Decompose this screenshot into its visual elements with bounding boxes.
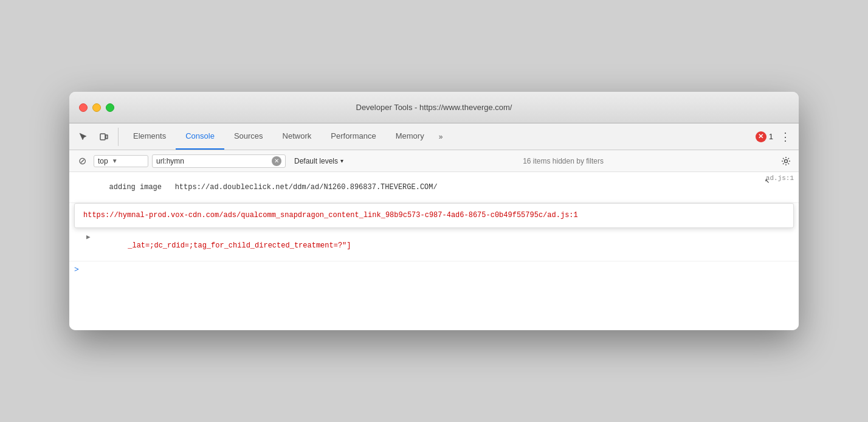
filter-input[interactable] xyxy=(156,157,269,165)
log-level-selector[interactable]: Default levels ▾ xyxy=(289,156,348,167)
expand-arrow-icon[interactable]: ▶ xyxy=(86,233,91,241)
filter-input-container: ✕ xyxy=(152,154,286,168)
tab-toolbar: Elements Console Sources Network Perform… xyxy=(69,123,799,150)
tab-performance[interactable]: Performance xyxy=(321,123,385,150)
svg-point-2 xyxy=(785,159,788,162)
console-output: adding image https://ad.doubleclick.net/… xyxy=(69,172,799,330)
tabs-bar: Elements Console Sources Network Perform… xyxy=(123,123,756,150)
svg-rect-1 xyxy=(106,135,108,139)
tab-sources[interactable]: Sources xyxy=(224,123,273,150)
console-settings-button[interactable] xyxy=(778,153,794,169)
log-source[interactable]: ad.js:1 xyxy=(766,175,794,182)
prompt-arrow-icon: > xyxy=(74,265,79,274)
expanded-log-text: _lat=;dc_rdid=;tag_for_child_directed_tr… xyxy=(93,233,794,258)
log-text: adding image https://ad.doubleclick.net/… xyxy=(74,175,761,200)
clear-console-button[interactable]: ⊘ xyxy=(74,153,90,169)
console-input[interactable] xyxy=(81,266,794,274)
toolbar-right: ✕ 1 ⋮ xyxy=(756,128,794,145)
console-prompt-line: > xyxy=(69,261,799,278)
error-icon: ✕ xyxy=(756,131,766,142)
device-toolbar-button[interactable] xyxy=(95,128,113,146)
toolbar-icons xyxy=(74,128,119,146)
more-options-button[interactable]: ⋮ xyxy=(777,128,794,145)
inspect-element-button[interactable] xyxy=(74,128,92,146)
window-title: Developer Tools - https://www.theverge.c… xyxy=(356,103,512,112)
title-bar: Developer Tools - https://www.theverge.c… xyxy=(69,92,799,123)
traffic-lights xyxy=(79,103,114,112)
context-chevron-icon: ▼ xyxy=(112,157,118,164)
console-log-entry: adding image https://ad.doubleclick.net/… xyxy=(69,172,799,203)
maximize-button[interactable] xyxy=(106,103,114,112)
tab-network[interactable]: Network xyxy=(273,123,322,150)
tab-elements[interactable]: Elements xyxy=(123,123,176,150)
minimize-button[interactable] xyxy=(92,103,101,112)
expanded-log-entry: ▶ _lat=;dc_rdid=;tag_for_child_directed_… xyxy=(69,230,799,261)
svg-rect-0 xyxy=(100,134,105,140)
context-selector[interactable]: top ▼ xyxy=(94,155,148,167)
more-tabs-button[interactable]: » xyxy=(434,123,448,150)
url-tooltip-popup: https://hymnal-prod.vox-cdn.com/ads/qual… xyxy=(74,203,794,228)
tab-console[interactable]: Console xyxy=(176,123,224,150)
level-chevron-icon: ▾ xyxy=(340,157,343,164)
console-toolbar: ⊘ top ▼ ✕ Default levels ▾ 16 items hidd… xyxy=(69,150,799,172)
clear-filter-button[interactable]: ✕ xyxy=(272,156,281,166)
devtools-window: Developer Tools - https://www.theverge.c… xyxy=(69,92,799,330)
hidden-items-count: 16 items hidden by filters xyxy=(352,157,774,165)
tab-memory[interactable]: Memory xyxy=(386,123,434,150)
close-button[interactable] xyxy=(79,103,88,112)
tooltip-url-text: https://hymnal-prod.vox-cdn.com/ads/qual… xyxy=(83,211,578,220)
error-count-badge[interactable]: ✕ 1 xyxy=(756,131,773,142)
